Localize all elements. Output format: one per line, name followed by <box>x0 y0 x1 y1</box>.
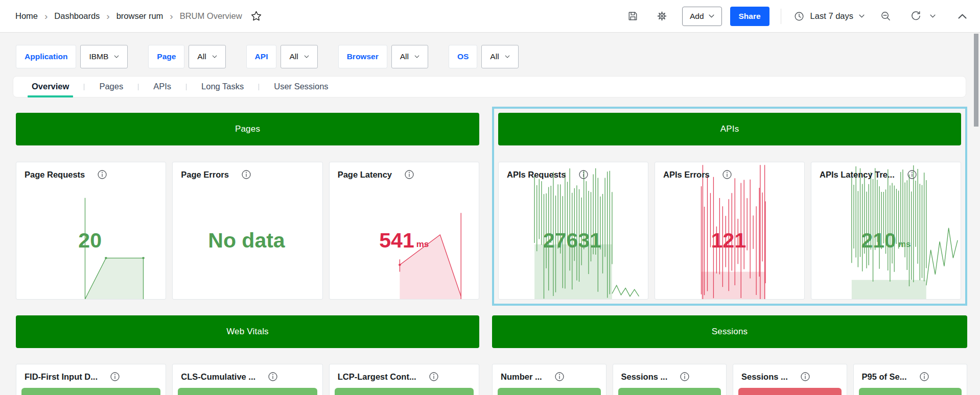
apis-cards-row: APIs Requests 27631 APIs Errors 121 <box>498 162 961 300</box>
card-title: LCP-Largest Cont... <box>338 372 416 382</box>
info-icon[interactable] <box>680 372 690 382</box>
filter-os: OS All <box>449 45 519 68</box>
refresh-options-chevron-icon[interactable] <box>930 14 936 18</box>
card-page-errors[interactable]: Page Errors No data <box>172 162 322 300</box>
metric-value: 20 <box>78 230 104 251</box>
settings-gear-icon[interactable] <box>656 10 668 22</box>
share-button-label: Share <box>739 12 761 21</box>
card-title: APIs Latency Tre... <box>820 170 895 180</box>
card-apis-latency[interactable]: APIs Latency Tre... 210ms <box>811 162 961 300</box>
tab-separator <box>259 84 259 90</box>
card-sessions-number[interactable]: Number ... <box>492 364 606 395</box>
add-button[interactable]: Add <box>682 7 722 26</box>
refresh-icon[interactable] <box>910 10 922 22</box>
info-icon[interactable] <box>722 169 732 180</box>
card-cls[interactable]: CLS-Cumulative ... <box>172 364 322 395</box>
filter-label-page[interactable]: Page <box>148 45 184 68</box>
tab-overview[interactable]: Overview <box>31 77 70 97</box>
metric-value: 121 <box>711 230 748 251</box>
info-icon[interactable] <box>268 372 278 382</box>
tab-user-sessions[interactable]: User Sessions <box>273 77 329 97</box>
section-header-sessions[interactable]: Sessions <box>492 315 967 348</box>
collapse-chevron-up-icon[interactable] <box>958 14 967 19</box>
sessions-cards-row: Number ... Sessions ... Sessions ... <box>492 364 967 395</box>
save-icon[interactable] <box>627 10 639 22</box>
filter-label-browser[interactable]: Browser <box>338 45 387 68</box>
tab-apis[interactable]: APIs <box>152 77 172 97</box>
card-title: FID-First Input D... <box>25 372 98 382</box>
card-title: Page Requests <box>25 170 85 180</box>
filter-page: Page All <box>148 45 225 68</box>
dashboard-content: Pages Page Requests 20 Page Errors No <box>0 97 980 395</box>
info-icon[interactable] <box>110 372 120 382</box>
section-header-web-vitals[interactable]: Web Vitals <box>16 315 479 348</box>
breadcrumb-folder[interactable]: browser rum <box>116 11 164 21</box>
tab-separator <box>84 84 84 90</box>
card-title: APIs Errors <box>663 170 710 180</box>
chart-bar <box>618 388 721 395</box>
filter-value-api[interactable]: All <box>281 45 317 68</box>
info-icon[interactable] <box>241 169 251 180</box>
breadcrumb-current-page: BRUM Overview <box>180 11 242 21</box>
card-page-requests[interactable]: Page Requests 20 <box>16 162 166 300</box>
clock-icon <box>794 11 805 22</box>
chart-bar <box>178 388 317 395</box>
chart-bar <box>335 388 474 395</box>
card-fid[interactable]: FID-First Input D... <box>16 364 166 395</box>
breadcrumb-separator: › <box>44 11 48 21</box>
card-p95-sessions[interactable]: P95 of Se... <box>853 364 968 395</box>
breadcrumb-separator: › <box>170 11 173 21</box>
vertical-scrollbar[interactable] <box>974 34 978 127</box>
filter-value-browser[interactable]: All <box>391 45 428 68</box>
filter-label-api[interactable]: API <box>246 45 277 68</box>
zoom-out-icon[interactable] <box>880 10 892 22</box>
favorite-star-icon[interactable] <box>250 10 262 22</box>
breadcrumb: Home › Dashboards › browser rum › BRUM O… <box>15 11 242 21</box>
chevron-down-icon <box>859 14 865 18</box>
chart-bar <box>21 388 160 395</box>
info-icon[interactable] <box>578 169 589 180</box>
filter-api: API All <box>246 45 318 68</box>
filter-value-page[interactable]: All <box>189 45 225 68</box>
filter-label-application[interactable]: Application <box>16 45 76 68</box>
info-icon[interactable] <box>97 169 107 180</box>
info-icon[interactable] <box>919 372 929 382</box>
chevron-down-icon <box>709 14 714 18</box>
tab-separator <box>186 84 186 90</box>
filter-browser: Browser All <box>338 45 428 68</box>
info-icon[interactable] <box>907 169 917 180</box>
card-title: Page Errors <box>181 170 229 180</box>
breadcrumb-home[interactable]: Home <box>15 11 38 21</box>
info-icon[interactable] <box>429 372 439 382</box>
tab-separator <box>138 84 138 90</box>
info-icon[interactable] <box>554 372 565 382</box>
card-apis-requests[interactable]: APIs Requests 27631 <box>498 162 648 300</box>
filter-value-application[interactable]: IBMB <box>80 45 128 68</box>
section-header-apis[interactable]: APIs <box>498 113 961 145</box>
tab-pages[interactable]: Pages <box>98 77 124 97</box>
top-bar: Home › Dashboards › browser rum › BRUM O… <box>0 0 980 33</box>
time-range-picker[interactable]: Last 7 days <box>794 11 865 22</box>
card-sessions-2[interactable]: Sessions ... <box>733 364 847 395</box>
dashboard-tabs: Overview Pages APIs Long Tasks User Sess… <box>13 76 966 97</box>
pages-cards-row: Page Requests 20 Page Errors No data <box>16 162 479 300</box>
metric-value: 210ms <box>861 230 911 251</box>
card-title: Number ... <box>501 372 542 382</box>
info-icon[interactable] <box>800 372 810 382</box>
filter-label-os[interactable]: OS <box>449 45 477 68</box>
card-lcp[interactable]: LCP-Largest Cont... <box>329 364 479 395</box>
section-header-pages[interactable]: Pages <box>16 113 479 145</box>
card-page-latency[interactable]: Page Latency 541ms <box>329 162 479 300</box>
breadcrumb-dashboards[interactable]: Dashboards <box>54 11 100 21</box>
add-button-label: Add <box>690 12 704 21</box>
card-sessions-1[interactable]: Sessions ... <box>613 364 727 395</box>
share-button[interactable]: Share <box>730 7 769 26</box>
tab-long-tasks[interactable]: Long Tasks <box>200 77 245 97</box>
chevron-down-icon <box>212 55 217 58</box>
breadcrumb-separator: › <box>106 11 109 21</box>
info-icon[interactable] <box>404 169 414 180</box>
filter-value-os[interactable]: All <box>481 45 518 68</box>
chevron-down-icon <box>114 55 119 58</box>
card-title: P95 of Se... <box>862 372 907 382</box>
card-apis-errors[interactable]: APIs Errors 121 <box>655 162 805 300</box>
